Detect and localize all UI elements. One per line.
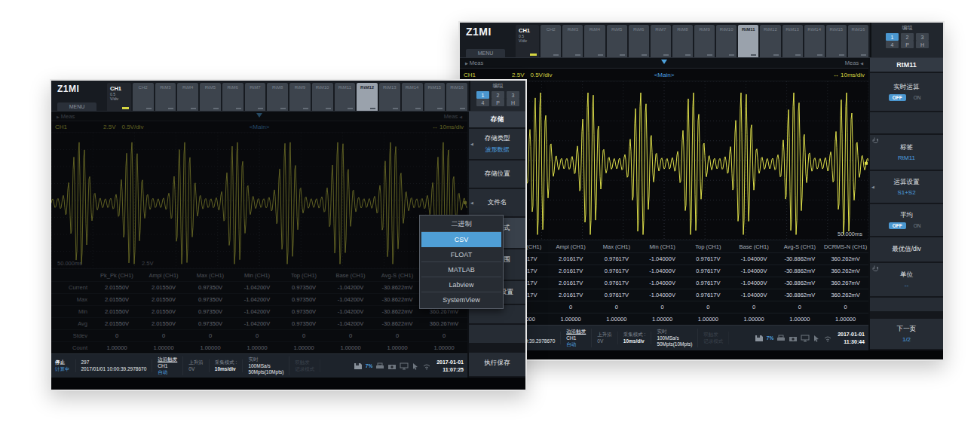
tab-indicator [685, 54, 691, 56]
tab-rtm10[interactable]: RtM10 [716, 25, 737, 57]
tab-rtm4[interactable]: RtM4 [584, 25, 605, 57]
tab-ch2[interactable]: CH2 [133, 83, 154, 111]
printer-icon [375, 362, 384, 370]
disk-usage: 7% [767, 335, 773, 341]
tab-rtm16[interactable]: RtM16 [848, 25, 868, 57]
tab-rtm12[interactable]: RtM12 [760, 25, 780, 57]
brand-logo: Z1MI MENU [460, 23, 514, 57]
tab-rtm11[interactable]: RtM11 [335, 83, 356, 111]
sidebar-footer-button[interactable]: 下一页 1/2 [870, 319, 943, 349]
tab-rtm15[interactable]: RtM15 [424, 83, 446, 111]
tab-rtm7[interactable]: RtM7 [245, 83, 266, 111]
group-button-h[interactable]: H [916, 41, 929, 48]
menu-item-empty-1 [870, 112, 943, 133]
group-button-h[interactable]: H [507, 99, 519, 106]
dropdown-item-二进制[interactable]: 二进制 [421, 217, 501, 232]
tab-label: CH1 [110, 85, 131, 92]
trigger-position-icon[interactable] [256, 113, 262, 118]
group-button-4[interactable]: 4 [476, 99, 489, 106]
tab-indicator [530, 54, 537, 56]
tab-rtm12[interactable]: RtM12 [357, 83, 378, 111]
tab-rtm7[interactable]: RtM7 [651, 25, 671, 57]
horizontal-arrow-icon: ↔ [432, 124, 438, 130]
group-button-4[interactable]: 4 [886, 41, 899, 48]
tab-rtm6[interactable]: RtM6 [629, 25, 649, 57]
group-button-1[interactable]: 1 [476, 91, 489, 99]
tab-rtm5[interactable]: RtM5 [607, 25, 627, 57]
tab-rtm9[interactable]: RtM9 [289, 83, 311, 111]
tab-label: RtM3 [155, 85, 176, 90]
group-button-3[interactable]: 3 [916, 33, 929, 41]
meas-bar: ▶Meas Meas◀ [460, 58, 868, 69]
tab-rtm4[interactable]: RtM4 [177, 83, 198, 111]
table-header-row: Pk_Pk (CH1)Ampl (CH1)Max (CH1)Min (CH1)T… [51, 268, 467, 281]
tab-indicator [663, 54, 669, 56]
tab-rtm14[interactable]: RtM14 [804, 25, 825, 57]
menu-item-6[interactable]: 单位-- [870, 263, 943, 296]
table-row: Count1.000001.000001.000001.000001.00000… [51, 341, 467, 353]
tab-ch1[interactable]: CH10.5V/div [107, 83, 131, 111]
group-button-p[interactable]: P [901, 41, 914, 48]
tab-rtm11[interactable]: RtM11 [738, 25, 758, 57]
group-button-2[interactable]: 2 [901, 33, 914, 41]
group-button-2[interactable]: 2 [492, 91, 504, 99]
menu-item-4[interactable]: 平均OFFON [870, 204, 943, 236]
tab-rtm9[interactable]: RtM9 [694, 25, 715, 57]
datetime: 2017-01-01 11:30:44 [838, 331, 865, 344]
tab-rtm13[interactable]: RtM13 [379, 83, 400, 111]
trigger-position-icon[interactable] [661, 60, 667, 64]
toggle-on-button[interactable]: ON [910, 94, 925, 101]
toggle-off-button[interactable]: OFF [889, 222, 906, 229]
dropdown-item-matlab[interactable]: MATLAB [421, 262, 501, 277]
tab-indicator [751, 54, 756, 56]
timebase-label: ↔ 10ms/div [432, 124, 464, 130]
group-button-1[interactable]: 1 [886, 33, 899, 41]
group-button-3[interactable]: 3 [507, 91, 519, 99]
grid-volt-label: 2.5V [142, 260, 153, 267]
tab-rtm14[interactable]: RtM14 [402, 83, 423, 111]
tab-label: RtM13 [379, 85, 400, 90]
tab-rtm8[interactable]: RtM8 [672, 25, 693, 57]
menu-button[interactable]: MENU [57, 102, 96, 111]
tab-indicator [393, 108, 398, 109]
tab-rtm5[interactable]: RtM5 [200, 83, 221, 111]
grid-time-label: 50.000ms [57, 260, 82, 267]
menu-button[interactable]: MENU [466, 49, 505, 57]
tab-indicator [146, 108, 152, 109]
tab-indicator [348, 108, 353, 109]
tab-rtm10[interactable]: RtM10 [312, 83, 333, 111]
tab-rtm13[interactable]: RtM13 [782, 25, 803, 57]
tab-rtm3[interactable]: RtM3 [155, 83, 176, 111]
tab-rtm8[interactable]: RtM8 [267, 83, 288, 111]
tab-ch1[interactable]: CH10.5V/div [516, 25, 539, 57]
tab-ch2[interactable]: CH2 [541, 25, 561, 57]
group-buttons: 1234PH [476, 91, 519, 106]
toggle-on-button[interactable]: ON [910, 222, 925, 229]
menu-item-5[interactable]: 最优值/div [870, 237, 943, 261]
tab-indicator [773, 54, 779, 56]
menu-item-2[interactable]: ◀文件名 [469, 189, 525, 216]
dropdown-item-systemview[interactable]: SystemView [421, 292, 501, 307]
dropdown-item-float[interactable]: FLOAT [421, 247, 501, 262]
tab-indicator [280, 108, 286, 109]
menu-item-2[interactable]: 标签RtM11 [870, 135, 943, 170]
tab-indicator [817, 54, 822, 56]
tab-rtm6[interactable]: RtM6 [222, 83, 243, 111]
tab-rtm15[interactable]: RtM15 [826, 25, 847, 57]
dropdown-item-labview[interactable]: Labview [421, 277, 501, 292]
dropdown-item-csv[interactable]: CSV [421, 232, 501, 247]
waveform-display[interactable]: 50.000ms 2.5V [51, 133, 467, 268]
menu-item-3[interactable]: ◀运算设置S1+S2 [870, 171, 943, 203]
menu-item-0[interactable]: ◀存储类型波形数据 [469, 129, 525, 159]
tab-indicator [236, 108, 241, 109]
tab-rtm16[interactable]: RtM16 [446, 83, 467, 111]
sidebar-footer-button[interactable]: 执行保存 [469, 353, 525, 376]
disk-usage: 7% [366, 363, 372, 368]
tab-rtm3[interactable]: RtM3 [562, 25, 583, 57]
tab-indicator [258, 108, 263, 109]
left-triangle-icon: ◀ [860, 61, 863, 66]
menu-item-0[interactable]: 实时运算OFFON [870, 73, 943, 111]
menu-item-1[interactable]: 存储位置 [469, 161, 525, 188]
toggle-off-button[interactable]: OFF [889, 94, 906, 101]
group-button-p[interactable]: P [492, 99, 504, 106]
